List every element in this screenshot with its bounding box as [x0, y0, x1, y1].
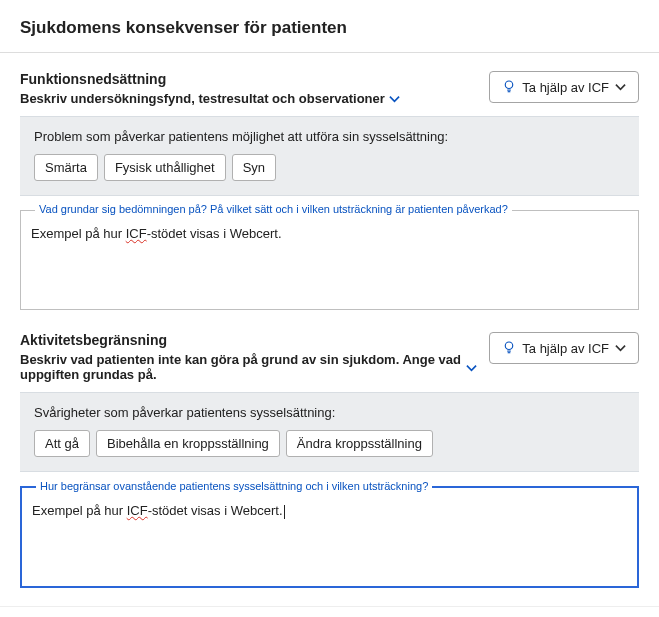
text-caret — [284, 505, 285, 519]
lightbulb-icon — [502, 79, 516, 95]
page-title: Sjukdomens konsekvenser för patienten — [20, 18, 639, 38]
chevron-down-icon — [389, 92, 400, 105]
tag-item[interactable]: Fysisk uthållighet — [104, 154, 226, 181]
lightbulb-icon — [502, 340, 516, 356]
section-subtitle-text: Beskriv vad patienten inte kan göra på g… — [20, 352, 462, 382]
icf-button-label: Ta hjälp av ICF — [522, 342, 609, 355]
tag-row: Smärta Fysisk uthållighet Syn — [34, 154, 625, 181]
difficulty-box-label: Svårigheter som påverkar patientens syss… — [34, 405, 625, 420]
tag-item[interactable]: Bibehålla en kroppsställning — [96, 430, 280, 457]
section-title: Aktivitetsbegränsning — [20, 332, 477, 348]
tag-item[interactable]: Ändra kroppsställning — [286, 430, 433, 457]
field-legend: Vad grundar sig bedömningen på? På vilke… — [35, 203, 512, 215]
main-content: Funktionsnedsättning Beskriv undersöknin… — [0, 53, 659, 607]
field-value: Exempel på hur ICF-stödet visas i Webcer… — [31, 225, 628, 243]
tag-item[interactable]: Smärta — [34, 154, 98, 181]
limitation-textarea[interactable]: Hur begränsar ovanstående patientens sys… — [20, 486, 639, 588]
assessment-textarea[interactable]: Vad grundar sig bedömningen på? På vilke… — [20, 210, 639, 310]
svg-point-0 — [506, 81, 513, 88]
problem-box: Problem som påverkar patientens möjlighe… — [20, 116, 639, 196]
problem-box-label: Problem som påverkar patientens möjlighe… — [34, 129, 625, 144]
svg-point-3 — [506, 342, 513, 349]
field-legend: Hur begränsar ovanstående patientens sys… — [36, 480, 432, 492]
tag-item[interactable]: Syn — [232, 154, 276, 181]
icf-button-label: Ta hjälp av ICF — [522, 81, 609, 94]
section-subtitle-toggle[interactable]: Beskriv vad patienten inte kan göra på g… — [20, 352, 477, 382]
section-subtitle-toggle[interactable]: Beskriv undersökningsfynd, testresultat … — [20, 91, 400, 106]
page-header: Sjukdomens konsekvenser för patienten — [0, 0, 659, 53]
field-value: Exempel på hur ICF-stödet visas i Webcer… — [32, 502, 627, 520]
section-title: Funktionsnedsättning — [20, 71, 477, 87]
section-subtitle-text: Beskriv undersökningsfynd, testresultat … — [20, 91, 385, 106]
section-aktivitetsbegransning: Aktivitetsbegränsning Beskriv vad patien… — [20, 314, 639, 588]
chevron-down-icon — [615, 83, 626, 91]
difficulty-box: Svårigheter som påverkar patientens syss… — [20, 392, 639, 472]
section-funktionsnedsattning: Funktionsnedsättning Beskriv undersöknin… — [20, 53, 639, 310]
chevron-down-icon — [615, 344, 626, 352]
chevron-down-icon — [466, 361, 477, 374]
icf-help-button[interactable]: Ta hjälp av ICF — [489, 332, 639, 364]
icf-help-button[interactable]: Ta hjälp av ICF — [489, 71, 639, 103]
tag-item[interactable]: Att gå — [34, 430, 90, 457]
tag-row: Att gå Bibehålla en kroppsställning Ändr… — [34, 430, 625, 457]
